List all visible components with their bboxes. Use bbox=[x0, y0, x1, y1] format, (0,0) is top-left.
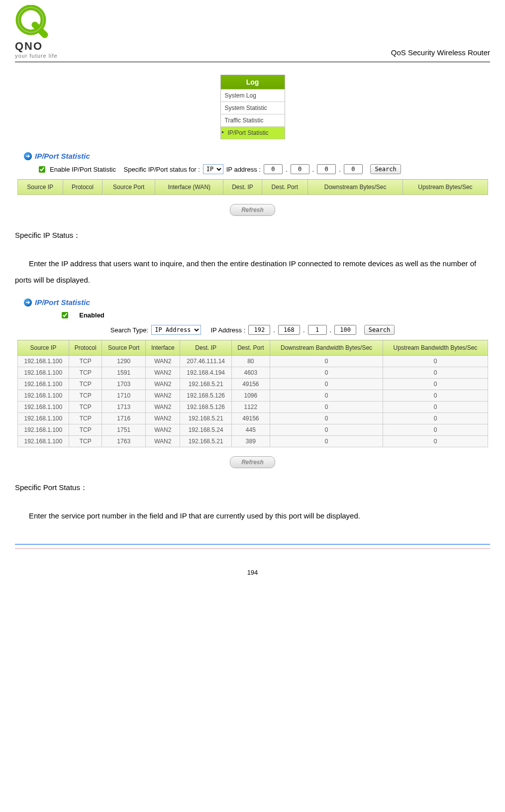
table-cell: 4603 bbox=[232, 367, 270, 379]
search-type-select[interactable]: IP Address bbox=[151, 325, 201, 335]
arrow-circle-icon: ➔ bbox=[24, 152, 32, 160]
table-header: Downstream Bytes/Sec bbox=[307, 180, 403, 195]
table-cell: 1751 bbox=[102, 424, 146, 436]
table-cell: 207.46.111.14 bbox=[180, 356, 232, 367]
table-cell: 0 bbox=[383, 413, 488, 424]
table-header: Source IP bbox=[17, 180, 63, 195]
table-header: Source Port bbox=[102, 340, 146, 356]
table-cell: TCP bbox=[69, 367, 102, 379]
table-header: Protocol bbox=[69, 340, 102, 356]
table-cell: 192.168.5.21 bbox=[180, 379, 232, 390]
table-header: Interface (WAN) bbox=[155, 180, 223, 195]
specific-port-heading: Specific Port Status： bbox=[15, 483, 490, 493]
ip-octet-3[interactable] bbox=[317, 164, 336, 174]
table-cell: TCP bbox=[69, 413, 102, 424]
table-row: 192.168.1.100TCP1710WAN2192.168.5.126109… bbox=[17, 390, 488, 402]
table-cell: 1716 bbox=[102, 413, 146, 424]
table-row: 192.168.1.100TCP1290WAN2207.46.111.14800… bbox=[17, 356, 488, 367]
page-title: QoS Security Wireless Router bbox=[391, 48, 490, 57]
log-menu-item-system-statistic[interactable]: System Statistic bbox=[221, 102, 285, 114]
table-cell: 192.168.4.194 bbox=[180, 367, 232, 379]
table-cell: 192.168.1.100 bbox=[17, 402, 69, 413]
table-cell: 192.168.5.21 bbox=[180, 436, 232, 447]
table-cell: 445 bbox=[232, 424, 270, 436]
table-cell: TCP bbox=[69, 390, 102, 402]
table-cell: WAN2 bbox=[146, 402, 180, 413]
table-cell: 0 bbox=[270, 413, 383, 424]
enable-checkbox[interactable] bbox=[39, 166, 45, 173]
refresh-button-2[interactable]: Refresh bbox=[230, 456, 275, 468]
panel1-controls: Enable IP/Port Statistic Specific IP/Por… bbox=[37, 164, 490, 174]
table-cell: 1713 bbox=[102, 402, 146, 413]
search-button-2[interactable]: Search bbox=[364, 325, 395, 335]
log-menu-item-system-log[interactable]: System Log bbox=[221, 89, 285, 102]
table-cell: WAN2 bbox=[146, 424, 180, 436]
table-cell: 0 bbox=[383, 356, 488, 367]
log-menu-item-ip-port-statistic[interactable]: IP/Port Statistic bbox=[221, 126, 285, 139]
table-cell: 0 bbox=[383, 390, 488, 402]
page-header: QNO your future life QoS Security Wirele… bbox=[15, 5, 490, 62]
table-cell: 0 bbox=[383, 424, 488, 436]
table-cell: 192.168.1.100 bbox=[17, 390, 69, 402]
table-header: Dest. IP bbox=[223, 180, 262, 195]
table-row: 192.168.1.100TCP1591WAN2192.168.4.194460… bbox=[17, 367, 488, 379]
ip2-octet-4[interactable] bbox=[334, 325, 356, 335]
specific-ip-heading: Specific IP Status： bbox=[15, 231, 490, 240]
table-cell: WAN2 bbox=[146, 390, 180, 402]
panel1-table: Source IPProtocolSource PortInterface (W… bbox=[17, 179, 488, 195]
table-cell: 192.168.1.100 bbox=[17, 356, 69, 367]
table-cell: 192.168.1.100 bbox=[17, 436, 69, 447]
panel2-table: Source IPProtocolSource PortInterfaceDes… bbox=[17, 340, 488, 447]
table-cell: 49156 bbox=[232, 379, 270, 390]
tagline: your future life bbox=[15, 53, 58, 59]
table-row: 192.168.1.100TCP1713WAN2192.168.5.126112… bbox=[17, 402, 488, 413]
qno-logo-icon bbox=[15, 5, 49, 39]
specific-ip-para: Enter the IP address that users want to … bbox=[15, 255, 490, 288]
table-cell: 0 bbox=[270, 402, 383, 413]
svg-point-1 bbox=[18, 7, 43, 32]
table-cell: WAN2 bbox=[146, 379, 180, 390]
ip-address-label: IP Address : bbox=[210, 326, 245, 334]
ip2-octet-2[interactable] bbox=[278, 325, 300, 335]
table-cell: 1290 bbox=[102, 356, 146, 367]
log-menu-header: Log bbox=[221, 75, 285, 89]
ip2-octet-1[interactable] bbox=[248, 325, 270, 335]
table-cell: TCP bbox=[69, 436, 102, 447]
ip-label: IP address : bbox=[226, 166, 261, 173]
table-cell: 1096 bbox=[232, 390, 270, 402]
log-menu-item-traffic-statistic[interactable]: Traffic Statistic bbox=[221, 114, 285, 126]
table-cell: 0 bbox=[383, 367, 488, 379]
table-cell: 192.168.1.100 bbox=[17, 367, 69, 379]
table-header: Upstream Bytes/Sec bbox=[403, 180, 488, 195]
brand-name: QNO bbox=[15, 40, 58, 53]
ip2-octet-3[interactable] bbox=[308, 325, 327, 335]
section-title-text: IP/Port Statistic bbox=[35, 152, 90, 160]
table-cell: 80 bbox=[232, 356, 270, 367]
ip-octet-2[interactable] bbox=[291, 164, 309, 174]
table-header: Downstream Bandwidth Bytes/Sec bbox=[270, 340, 383, 356]
table-cell: 0 bbox=[270, 379, 383, 390]
ip-octet-4[interactable] bbox=[344, 164, 363, 174]
table-row: 192.168.1.100TCP1703WAN2192.168.5.214915… bbox=[17, 379, 488, 390]
table-header: Source IP bbox=[17, 340, 69, 356]
table-header: Protocol bbox=[63, 180, 102, 195]
section-title-1: ➔ IP/Port Statistic bbox=[24, 152, 490, 160]
enabled-checkbox[interactable] bbox=[62, 312, 68, 318]
table-cell: 0 bbox=[270, 367, 383, 379]
table-cell: 1122 bbox=[232, 402, 270, 413]
refresh-button-1[interactable]: Refresh bbox=[230, 204, 275, 216]
table-cell: 389 bbox=[232, 436, 270, 447]
type-select[interactable]: IP bbox=[203, 164, 223, 174]
footer-rule bbox=[15, 544, 490, 545]
table-header: Upstream Bandwidth Bytes/Sec bbox=[383, 340, 488, 356]
table-cell: TCP bbox=[69, 379, 102, 390]
table-row: 192.168.1.100TCP1716WAN2192.168.5.214915… bbox=[17, 413, 488, 424]
footer-rule-accent bbox=[15, 548, 490, 549]
table-header: Dest. Port bbox=[232, 340, 270, 356]
panel2-enabled-row: Enabled bbox=[60, 310, 490, 320]
ip-octet-1[interactable] bbox=[264, 164, 283, 174]
search-button[interactable]: Search bbox=[370, 164, 401, 174]
table-cell: TCP bbox=[69, 424, 102, 436]
section-title-text: IP/Port Statistic bbox=[35, 298, 90, 306]
panel2-search-row: Search Type: IP Address IP Address : . .… bbox=[15, 325, 490, 335]
